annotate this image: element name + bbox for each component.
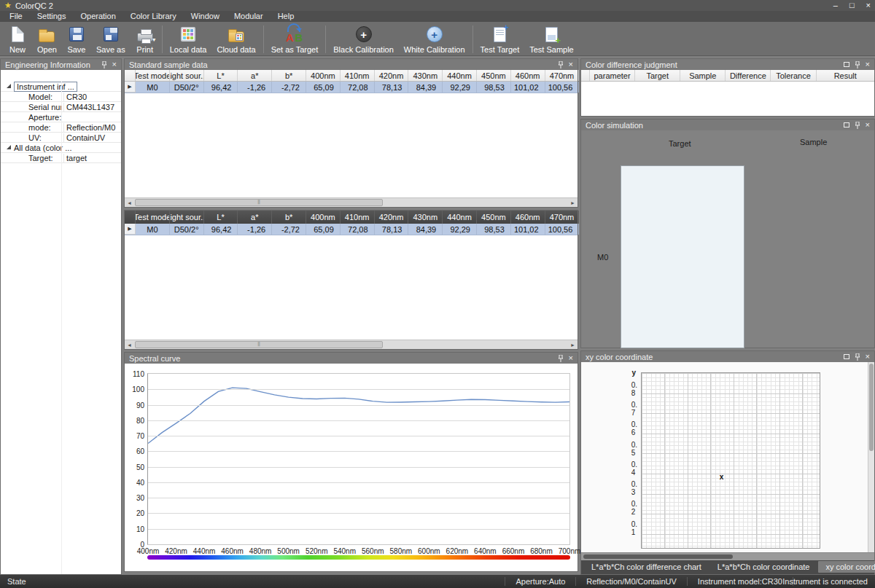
col-460nm[interactable]: 460nm xyxy=(511,211,545,224)
close-button[interactable]: × xyxy=(866,1,871,10)
test-sample-label: Test Sample xyxy=(529,45,574,54)
col-light-source[interactable]: Light sour... xyxy=(170,70,204,81)
print-icon: ▼ xyxy=(136,25,155,44)
black-calibration-button[interactable]: + Black Calibration xyxy=(328,23,399,55)
col-result[interactable]: Result xyxy=(817,70,874,81)
test-target-button[interactable]: + Test Target xyxy=(475,23,525,55)
close-panel-icon[interactable]: × xyxy=(866,60,870,68)
col-tolerance[interactable]: Tolerance xyxy=(771,70,816,81)
col-400nm[interactable]: 400nm xyxy=(306,70,341,81)
close-panel-icon[interactable]: × xyxy=(866,121,870,129)
menu-operation[interactable]: Operation xyxy=(74,11,122,22)
local-data-button[interactable]: Local data xyxy=(165,23,212,55)
maximize-panel-icon[interactable] xyxy=(844,354,849,359)
tab-lab-color-difference-chart[interactable]: L*a*b*Ch color difference chart xyxy=(584,561,709,573)
col-470nm[interactable]: 470nm xyxy=(545,211,580,224)
gridline xyxy=(148,467,569,468)
white-calibration-button[interactable]: + White Calibration xyxy=(399,23,470,55)
horizontal-scrollbar[interactable] xyxy=(581,552,874,560)
col-410nm[interactable]: 410nm xyxy=(341,70,375,81)
col-430nm[interactable]: 430nm xyxy=(408,70,443,81)
target-color-swatch xyxy=(621,165,744,348)
test-sample-button[interactable]: + Test Sample xyxy=(524,23,579,55)
col-450nm[interactable]: 450nm xyxy=(477,211,511,224)
close-panel-icon[interactable]: × xyxy=(569,354,573,362)
close-panel-icon[interactable]: × xyxy=(112,60,117,68)
scroll-right-icon[interactable]: ► xyxy=(568,340,578,349)
col-440nm[interactable]: 440nm xyxy=(443,70,477,81)
col-460nm[interactable]: 460nm xyxy=(511,70,545,81)
close-panel-icon[interactable]: × xyxy=(866,353,870,361)
col-440nm[interactable]: 440nm xyxy=(443,211,477,224)
print-label: Print xyxy=(136,45,153,54)
pin-icon[interactable] xyxy=(855,61,860,68)
pin-icon[interactable] xyxy=(855,122,860,129)
col-420nm[interactable]: 420nm xyxy=(375,70,409,81)
menu-window[interactable]: Window xyxy=(184,11,226,22)
maximize-panel-icon[interactable] xyxy=(844,122,849,128)
col-410nm[interactable]: 410nm xyxy=(341,211,375,224)
menu-modular[interactable]: Modular xyxy=(228,11,270,22)
col-L[interactable]: L* xyxy=(204,70,238,81)
cell-460nm: 101,02 xyxy=(511,82,545,93)
pin-icon[interactable] xyxy=(558,61,564,68)
table-row[interactable]: ▶ M0 D50/2° 96,42 -1,26 -2,72 65,09 72,0… xyxy=(125,224,578,235)
maximize-panel-icon[interactable] xyxy=(844,62,849,67)
pin-icon[interactable] xyxy=(558,355,564,362)
save-icon xyxy=(67,25,86,44)
menu-file[interactable]: File xyxy=(3,11,29,22)
expander-icon[interactable] xyxy=(7,84,11,88)
cell-light-source: D50/2° xyxy=(170,82,204,93)
col-difference[interactable]: Difference xyxy=(726,70,771,81)
horizontal-scrollbar[interactable]: ◄ ► xyxy=(125,340,578,349)
col-430nm[interactable]: 430nm xyxy=(408,211,443,224)
save-button[interactable]: Save xyxy=(62,23,91,55)
tab-lab-color-coordinate[interactable]: L*a*b*Ch color coordinate xyxy=(710,561,817,573)
scrollbar-thumb[interactable] xyxy=(583,554,733,559)
scrollbar-thumb[interactable] xyxy=(135,341,383,348)
save-as-button[interactable]: Save as xyxy=(91,23,131,55)
x-tick-label: 540nm xyxy=(333,547,356,555)
menu-settings[interactable]: Settings xyxy=(31,11,73,22)
new-button[interactable]: New xyxy=(3,23,32,55)
col-test-mode[interactable]: Test mode xyxy=(136,70,170,81)
col-a[interactable]: a* xyxy=(238,70,272,81)
col-L[interactable]: L* xyxy=(204,211,238,224)
menu-help[interactable]: Help xyxy=(271,11,301,22)
scroll-left-icon[interactable]: ◄ xyxy=(125,340,134,349)
menu-color-library[interactable]: Color Library xyxy=(124,11,183,22)
maximize-button[interactable]: □ xyxy=(849,1,855,10)
x-tick-label: 680nm xyxy=(530,547,553,555)
col-400nm[interactable]: 400nm xyxy=(306,211,341,224)
cloud-data-button[interactable]: Cloud data xyxy=(211,23,260,55)
scroll-right-icon[interactable]: ► xyxy=(568,198,578,207)
print-button[interactable]: ▼ Print xyxy=(131,23,160,55)
pin-icon[interactable] xyxy=(855,353,860,361)
col-450nm[interactable]: 450nm xyxy=(477,70,511,81)
horizontal-scrollbar[interactable]: ◄ ► xyxy=(125,197,578,207)
col-470nm[interactable]: 470nm xyxy=(545,70,580,81)
table-row[interactable]: ▶ M0 D50/2° 96,42 -1,26 -2,72 65,09 72,0… xyxy=(125,82,578,93)
col-420nm[interactable]: 420nm xyxy=(375,211,409,224)
expander-icon[interactable] xyxy=(7,145,11,149)
col-test-mode[interactable]: Test mode xyxy=(136,211,170,224)
col-b[interactable]: b* xyxy=(272,211,306,224)
set-as-target-button[interactable]: AB Set as Target xyxy=(266,23,324,55)
close-panel-icon[interactable]: × xyxy=(569,60,573,68)
open-button[interactable]: Open xyxy=(32,23,62,55)
scroll-left-icon[interactable]: ◄ xyxy=(125,198,134,207)
col-a[interactable]: a* xyxy=(238,211,272,224)
col-parameter[interactable]: parameter xyxy=(590,70,635,81)
engineering-tree: Instrument inf ... Model: CR30 Serial nu… xyxy=(1,70,121,574)
black-calibration-icon: + xyxy=(354,25,373,44)
col-light-source[interactable]: Light sour... xyxy=(170,211,204,224)
col-sample[interactable]: Sample xyxy=(680,70,726,81)
scrollbar-thumb[interactable] xyxy=(869,364,874,451)
col-b[interactable]: b* xyxy=(272,70,306,81)
vertical-scrollbar[interactable] xyxy=(868,362,874,552)
pin-icon[interactable] xyxy=(101,61,107,68)
col-target[interactable]: Target xyxy=(635,70,680,81)
scrollbar-thumb[interactable] xyxy=(135,199,383,206)
tab-xy-color-coordinate[interactable]: xy color coordinate xyxy=(818,561,875,573)
minimize-button[interactable]: – xyxy=(833,1,838,10)
